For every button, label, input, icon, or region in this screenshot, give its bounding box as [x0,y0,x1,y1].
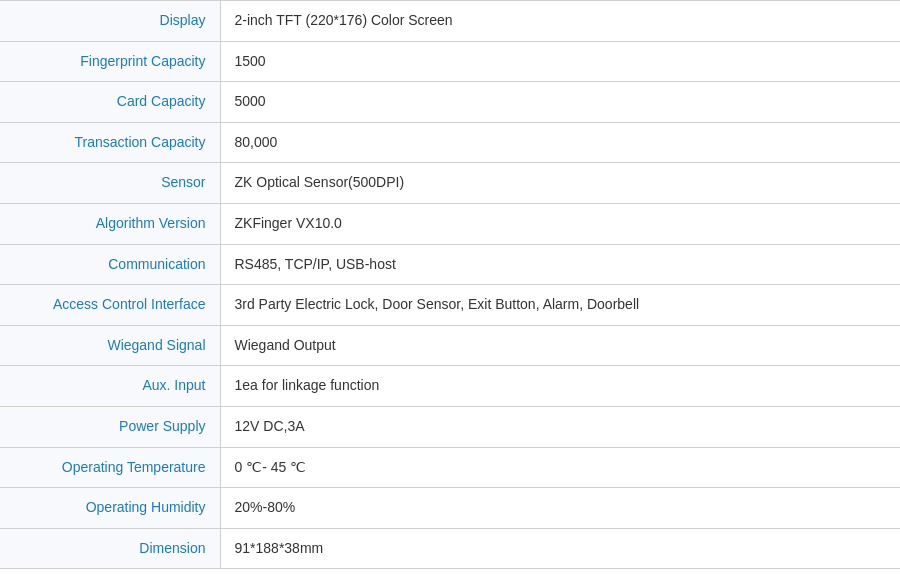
table-row: Dimension91*188*38mm [0,528,900,569]
spec-value: 1ea for linkage function [220,366,900,407]
table-row: Card Capacity5000 [0,82,900,123]
spec-label: Aux. Input [0,366,220,407]
spec-value: 5000 [220,82,900,123]
table-row: Power Supply12V DC,3A [0,406,900,447]
spec-value: Wiegand Output [220,325,900,366]
spec-label: Fingerprint Capacity [0,41,220,82]
table-row: SensorZK Optical Sensor(500DPI) [0,163,900,204]
spec-label: Operating Humidity [0,488,220,529]
spec-label: Algorithm Version [0,203,220,244]
specs-table: Display2-inch TFT (220*176) Color Screen… [0,0,900,569]
table-row: Aux. Input1ea for linkage function [0,366,900,407]
spec-label: Sensor [0,163,220,204]
spec-value: 0 ℃- 45 ℃ [220,447,900,488]
table-row: Operating Temperature0 ℃- 45 ℃ [0,447,900,488]
spec-label: Operating Temperature [0,447,220,488]
table-row: Fingerprint Capacity1500 [0,41,900,82]
spec-label: Communication [0,244,220,285]
spec-value: ZKFinger VX10.0 [220,203,900,244]
spec-value: 20%-80% [220,488,900,529]
table-row: Display2-inch TFT (220*176) Color Screen [0,1,900,42]
spec-label: Transaction Capacity [0,122,220,163]
table-row: Operating Humidity20%-80% [0,488,900,529]
spec-value: 2-inch TFT (220*176) Color Screen [220,1,900,42]
table-row: Algorithm VersionZKFinger VX10.0 [0,203,900,244]
spec-value: 80,000 [220,122,900,163]
table-row: Transaction Capacity80,000 [0,122,900,163]
spec-label: Power Supply [0,406,220,447]
spec-label: Access Control Interface [0,285,220,326]
spec-value: 3rd Party Electric Lock, Door Sensor, Ex… [220,285,900,326]
table-row: Wiegand SignalWiegand Output [0,325,900,366]
spec-value: ZK Optical Sensor(500DPI) [220,163,900,204]
spec-value: 12V DC,3A [220,406,900,447]
spec-label: Dimension [0,528,220,569]
table-row: CommunicationRS485, TCP/IP, USB-host [0,244,900,285]
spec-label: Card Capacity [0,82,220,123]
spec-value: RS485, TCP/IP, USB-host [220,244,900,285]
spec-label: Wiegand Signal [0,325,220,366]
spec-value: 1500 [220,41,900,82]
spec-value: 91*188*38mm [220,528,900,569]
table-row: Access Control Interface3rd Party Electr… [0,285,900,326]
spec-label: Display [0,1,220,42]
